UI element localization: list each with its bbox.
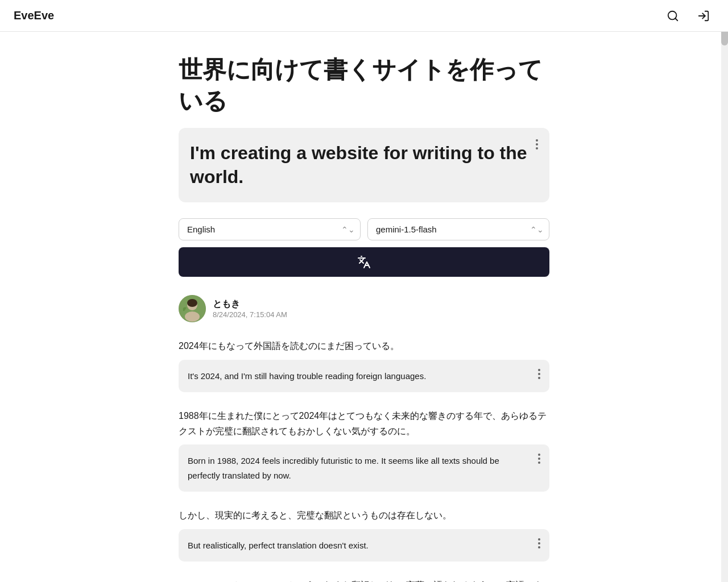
translate-icon: [357, 255, 371, 269]
dots-icon-2: [538, 538, 540, 548]
avatar-image: [179, 295, 206, 322]
controls-row: English Japanese Spanish French ⌃⌄ gemin…: [179, 218, 549, 240]
header: EveEve: [0, 0, 728, 32]
translate-button[interactable]: [179, 247, 549, 277]
content-section-3: シニフィアンとシニフィエというこれまた翻訳しづらい言葉で語られるように、言語によ…: [179, 577, 549, 582]
author-date: 8/24/2024, 7:15:04 AM: [213, 310, 287, 319]
page-title-japanese: 世界に向けて書くサイトを作っている: [179, 55, 549, 117]
translated-text-0: It's 2024, and I'm still having trouble …: [188, 369, 522, 384]
original-text-0: 2024年にもなって外国語を読むのにまだ困っている。: [179, 338, 549, 354]
search-icon: [667, 10, 679, 22]
content-section-2: しかし、現実的に考えると、完璧な翻訳というものは存在しない。But realis…: [179, 508, 549, 562]
translated-box-1: Born in 1988, 2024 feels incredibly futu…: [179, 444, 549, 492]
dots-icon: [536, 139, 538, 149]
logo[interactable]: EveEve: [14, 9, 54, 22]
translated-box-2: But realistically, perfect translation d…: [179, 529, 549, 562]
author-info: ともき 8/24/2024, 7:15:04 AM: [213, 298, 287, 319]
translated-text-1: Born in 1988, 2024 feels incredibly futu…: [188, 454, 522, 483]
main-translated-text: I'm creating a website for writing to th…: [190, 142, 538, 189]
main-card-menu-button[interactable]: [533, 137, 540, 152]
login-icon: [697, 10, 710, 22]
author-section: ともき 8/24/2024, 7:15:04 AM: [179, 295, 549, 322]
dots-icon-1: [538, 454, 540, 464]
language-select-wrapper: English Japanese Spanish French ⌃⌄: [179, 218, 361, 240]
content-section-1: 1988年に生まれた僕にとって2024年はとてつもなく未来的な響きのする年で、あ…: [179, 408, 549, 492]
original-text-3: シニフィアンとシニフィエというこれまた翻訳しづらい言葉で語られるように、言語によ…: [179, 577, 549, 582]
main-translation-card: I'm creating a website for writing to th…: [179, 128, 549, 202]
language-select[interactable]: English Japanese Spanish French: [179, 218, 361, 240]
model-select[interactable]: gemini-1.5-flash gemini-1.5-pro gpt-4o: [367, 218, 549, 240]
login-button[interactable]: [693, 5, 714, 27]
content-section-0: 2024年にもなって外国語を読むのにまだ困っている。It's 2024, and…: [179, 338, 549, 392]
header-actions: [662, 5, 714, 27]
search-button[interactable]: [662, 5, 684, 27]
box-menu-button-0[interactable]: [536, 367, 543, 381]
author-name: ともき: [213, 298, 287, 310]
original-text-2: しかし、現実的に考えると、完璧な翻訳というものは存在しない。: [179, 508, 549, 523]
main-content: 世界に向けて書くサイトを作っている I'm creating a website…: [165, 32, 563, 582]
translated-text-2: But realistically, perfect translation d…: [188, 538, 522, 553]
box-menu-button-2[interactable]: [536, 536, 543, 551]
model-select-wrapper: gemini-1.5-flash gemini-1.5-pro gpt-4o ⌃…: [367, 218, 549, 240]
svg-point-5: [185, 311, 200, 322]
scrollbar[interactable]: [721, 0, 728, 582]
dots-icon-0: [538, 369, 540, 379]
avatar: [179, 295, 206, 322]
original-text-1: 1988年に生まれた僕にとって2024年はとてつもなく未来的な響きのする年で、あ…: [179, 408, 549, 439]
svg-point-6: [187, 299, 197, 307]
box-menu-button-1[interactable]: [536, 451, 543, 466]
content-sections: 2024年にもなって外国語を読むのにまだ困っている。It's 2024, and…: [179, 338, 549, 582]
translated-box-0: It's 2024, and I'm still having trouble …: [179, 360, 549, 393]
svg-line-1: [675, 18, 677, 20]
